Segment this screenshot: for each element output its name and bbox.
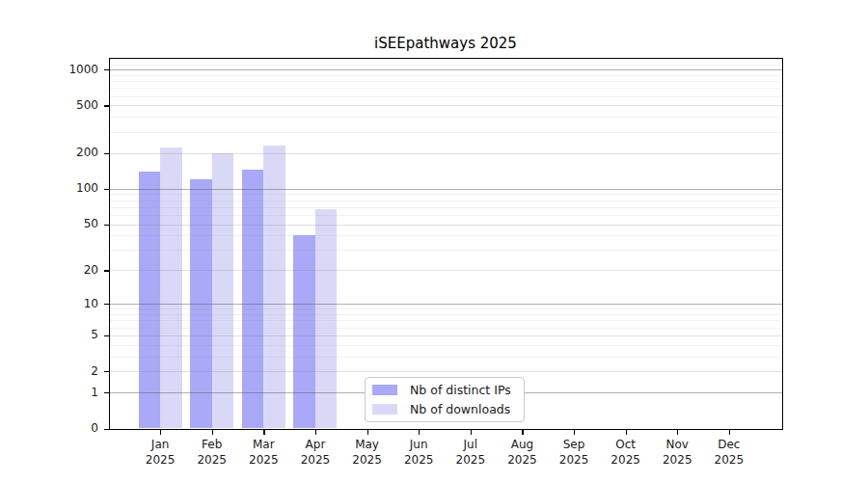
chart-title: iSEEpathways 2025	[301, 35, 590, 52]
y-tick-10	[104, 304, 109, 305]
x-tick-oct	[626, 430, 627, 435]
legend-swatch-distinct-ips	[372, 385, 397, 395]
gridline-30	[110, 250, 782, 251]
gridline-40	[110, 235, 782, 236]
legend-label-downloads: Nb of downloads	[410, 402, 510, 416]
x-tick-label-dec: Dec2025	[698, 437, 760, 469]
y-tick-500	[104, 105, 109, 106]
bar-distinct-ips-apr	[293, 235, 315, 428]
bar-downloads-jan	[160, 147, 182, 428]
gridline-60	[110, 215, 782, 216]
y-tick-label-5: 5	[52, 328, 98, 342]
x-tick-jul	[471, 430, 472, 435]
y-tick-1	[104, 392, 109, 393]
x-tick-dec	[729, 430, 730, 435]
gridline-6	[110, 328, 782, 329]
y-tick-label-500: 500	[52, 98, 98, 113]
gridline-50	[110, 225, 782, 226]
x-tick-may	[367, 430, 368, 435]
gridline-200	[110, 153, 782, 154]
legend-item-downloads: Nb of downloads	[372, 402, 516, 416]
gridline-600	[110, 96, 782, 97]
bar-distinct-ips-mar	[242, 170, 264, 429]
gridline-8	[110, 314, 782, 315]
gridline-1000	[110, 69, 782, 70]
gridline-9	[110, 308, 782, 309]
gridline-20	[110, 270, 782, 271]
y-tick-200	[104, 153, 109, 154]
gridline-7	[110, 320, 782, 321]
x-tick-jun	[419, 430, 420, 435]
gridline-400	[110, 117, 782, 118]
bar-distinct-ips-jan	[139, 172, 161, 429]
gridline-800	[110, 81, 782, 82]
gridline-900	[110, 75, 782, 76]
gridline-300	[110, 132, 782, 133]
y-tick-20	[104, 270, 109, 271]
x-tick-aug	[522, 430, 523, 435]
x-tick-year: 2025	[698, 452, 760, 469]
gridline-100	[110, 189, 782, 190]
gridline-5	[110, 335, 782, 336]
gridline-500	[110, 105, 782, 106]
x-tick-sep	[574, 430, 575, 435]
gridline-3	[110, 357, 782, 358]
x-tick-mar	[263, 430, 264, 435]
y-tick-label-20: 20	[52, 263, 98, 278]
legend-item-distinct-ips: Nb of distinct IPs	[372, 383, 516, 397]
x-tick-nov	[677, 430, 678, 435]
gridline-4	[110, 345, 782, 346]
y-tick-label-50: 50	[52, 217, 98, 231]
y-tick-2	[104, 371, 109, 372]
x-tick-month: Dec	[698, 437, 760, 453]
x-tick-feb	[212, 430, 213, 435]
gridline-90	[110, 194, 782, 195]
y-tick-1000	[104, 69, 109, 70]
y-tick-label-200: 200	[52, 146, 98, 160]
y-tick-label-100: 100	[52, 181, 98, 196]
y-tick-label-2: 2	[52, 364, 98, 379]
y-tick-label-10: 10	[52, 297, 98, 311]
gridline-70	[110, 207, 782, 208]
bar-downloads-apr	[315, 209, 338, 429]
gridline-2	[110, 371, 782, 372]
chart-figure: iSEEpathways 2025 0125102050100200500100…	[0, 0, 868, 482]
y-tick-label-1: 1	[52, 386, 98, 400]
legend-swatch-downloads	[372, 404, 397, 415]
y-tick-label-1000: 1000	[52, 63, 98, 77]
y-tick-0	[104, 429, 109, 430]
x-tick-jan	[160, 430, 161, 435]
y-tick-100	[104, 189, 109, 190]
legend: Nb of distinct IPs Nb of downloads	[365, 377, 525, 422]
gridline-10	[110, 304, 782, 305]
y-tick-5	[104, 335, 109, 336]
gridline-80	[110, 201, 782, 201]
legend-label-distinct-ips: Nb of distinct IPs	[410, 383, 511, 397]
gridline-1100	[110, 65, 782, 66]
y-tick-label-0: 0	[52, 421, 98, 436]
gridline-700	[110, 88, 782, 89]
y-tick-50	[104, 225, 109, 226]
x-tick-apr	[315, 430, 316, 435]
